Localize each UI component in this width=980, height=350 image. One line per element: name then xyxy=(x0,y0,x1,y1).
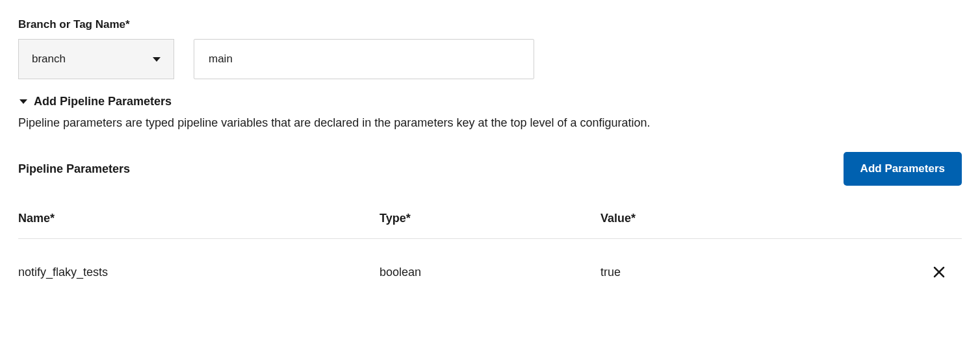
column-header-type: Type* xyxy=(380,212,600,225)
column-header-value: Value* xyxy=(600,212,929,225)
caret-down-icon xyxy=(153,57,161,62)
column-header-action xyxy=(929,212,962,225)
branch-row: branch xyxy=(18,39,962,79)
branch-type-select[interactable]: branch xyxy=(18,39,174,79)
add-pipeline-params-toggle[interactable]: Add Pipeline Parameters xyxy=(18,95,962,108)
branch-or-tag-label: Branch or Tag Name* xyxy=(18,18,962,31)
params-table: Name* Type* Value* notify_flaky_tests bo… xyxy=(18,212,962,287)
param-value: true xyxy=(600,266,929,279)
branch-type-select-wrapper: branch xyxy=(18,39,174,79)
params-table-header: Name* Type* Value* xyxy=(18,212,962,239)
caret-down-icon xyxy=(19,99,27,104)
column-header-name: Name* xyxy=(18,212,380,225)
branch-name-input[interactable] xyxy=(194,39,534,79)
add-pipeline-params-title: Add Pipeline Parameters xyxy=(34,95,172,108)
branch-type-select-value: branch xyxy=(32,53,66,66)
param-type: boolean xyxy=(380,266,600,279)
add-parameters-button[interactable]: Add Parameters xyxy=(844,152,962,186)
close-icon xyxy=(933,266,946,279)
remove-param-button[interactable] xyxy=(929,262,949,282)
pipeline-params-description: Pipeline parameters are typed pipeline v… xyxy=(18,115,962,131)
pipeline-parameters-title: Pipeline Parameters xyxy=(18,162,130,176)
table-row: notify_flaky_tests boolean true xyxy=(18,257,962,287)
param-action xyxy=(929,262,962,282)
param-name: notify_flaky_tests xyxy=(18,266,380,279)
params-header-row: Pipeline Parameters Add Parameters xyxy=(18,152,962,186)
